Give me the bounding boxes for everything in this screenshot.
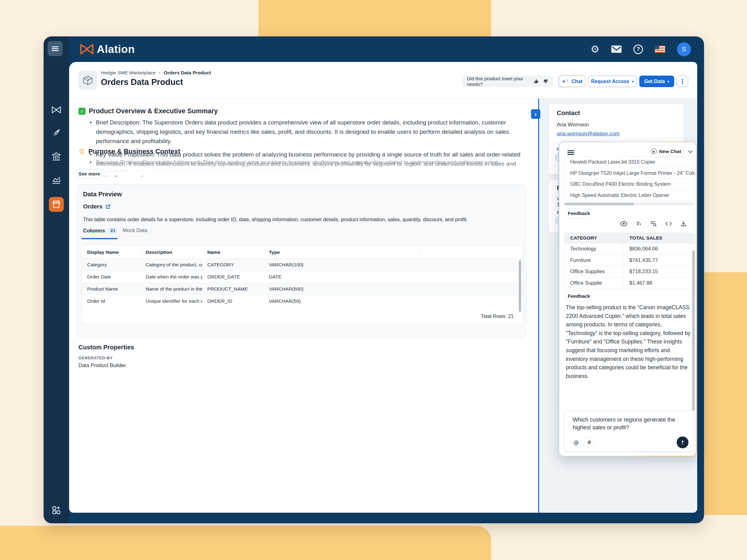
table-row[interactable]: Order Date Date when the order was place… (81, 271, 523, 283)
mail-icon[interactable] (611, 46, 622, 53)
col-header-display-name[interactable]: Display Name (87, 249, 141, 255)
message-action-icons: Tx (620, 220, 687, 228)
caret-down-icon: ▾ (667, 79, 669, 84)
overview-bullet-1: Brief Description: The Superstore Orders… (89, 118, 522, 146)
sales-table-header: CATEGORY TOTAL SALES (565, 233, 695, 243)
sales-table: CATEGORY TOTAL SALES Technology$836,064.… (564, 233, 695, 289)
generated-by-label: GENERATED-BY (78, 355, 113, 360)
bank-icon (52, 152, 61, 161)
sidebar-menu-button[interactable] (48, 41, 62, 56)
columns-count-badge: 21 (108, 228, 118, 234)
sidebar-item-analytics[interactable] (44, 176, 69, 186)
feedback-button[interactable]: Feedback (566, 208, 592, 218)
sales-col-total: TOTAL SALES (623, 233, 695, 243)
user-avatar[interactable]: S (677, 42, 691, 56)
chat-button[interactable]: ✦+ Chat (559, 76, 586, 87)
view-icon[interactable] (620, 220, 627, 228)
panel-divider (538, 99, 539, 513)
tab-columns[interactable]: Columns 21 (83, 228, 118, 234)
total-rows-label: Total Rows: 21 (481, 314, 514, 319)
breadcrumb: Hedgie SME Marketplace › Orders Data Pro… (101, 70, 211, 76)
table-row[interactable]: Product Name Name of the product in the … (81, 283, 523, 295)
table-scrollbar[interactable] (519, 260, 521, 312)
thumbs-up-icon[interactable] (534, 78, 539, 84)
chat-input-box[interactable]: Which customers or regions generate the … (564, 411, 694, 452)
request-access-button[interactable]: Request Access ▾ (588, 76, 637, 87)
horizontal-scrollbar[interactable] (564, 203, 694, 205)
list-search-icon[interactable] (650, 220, 658, 228)
contact-name: Aria Wornson (557, 122, 589, 128)
chat-menu-button[interactable] (567, 150, 574, 155)
language-flag-icon[interactable] (655, 46, 665, 53)
alation-bowtie-icon (51, 105, 61, 114)
apps-grid-plus-icon (52, 506, 61, 515)
product-result-list: Hewlett Packard LaserJet 3310 Copier HP … (564, 157, 695, 201)
table-description: This table contains order details for a … (83, 216, 468, 222)
chat-panel: + New Chat Hewlett Packard LaserJet 3310… (559, 141, 697, 456)
help-icon[interactable]: ? (634, 45, 643, 54)
collapse-panel-button[interactable]: › (531, 109, 540, 119)
active-tab-underline (81, 238, 118, 239)
contact-email-link[interactable]: aria.wornson@alation.com (557, 131, 620, 137)
table-row[interactable]: Order Id Unique identifier for each orde… (81, 295, 523, 308)
mention-button[interactable]: @ (571, 437, 582, 448)
breadcrumb-link-marketplace[interactable]: Hedgie SME Marketplace (101, 70, 156, 76)
tab-mock-data[interactable]: Mock Data (123, 228, 147, 233)
store-icon (52, 201, 61, 209)
sparkle-icon: ✦+ (562, 78, 569, 85)
generated-by-value: Data Product Builder. (78, 363, 127, 368)
more-actions-button[interactable]: ⋮ (677, 76, 688, 87)
feather-icon (52, 128, 61, 137)
page-header: Hedgie SME Marketplace › Orders Data Pro… (69, 62, 697, 99)
columns-table: Display Name Description Name Type Categ… (81, 245, 523, 324)
contact-heading: Contact (557, 109, 580, 117)
col-header-type[interactable]: Type (269, 249, 418, 255)
send-button[interactable]: ↑ (677, 436, 689, 448)
caret-down-icon: ▾ (632, 79, 634, 84)
col-header-name[interactable]: Name (207, 249, 264, 255)
chat-input-text[interactable]: Which customers or regions generate the … (573, 416, 687, 431)
alation-logo[interactable]: Alation (79, 43, 135, 55)
see-more-button[interactable]: See more (77, 169, 102, 179)
left-sidebar (44, 36, 69, 523)
table-row[interactable]: Category Category of the product, used f… (81, 259, 523, 271)
sidebar-item-apps[interactable] (44, 506, 69, 516)
page-title: Orders Data Product (101, 77, 183, 87)
get-data-button[interactable]: Get Data ▾ (639, 76, 674, 87)
sales-col-category: CATEGORY (565, 233, 623, 243)
purpose-section-heading: Purpose & Business Context (78, 148, 180, 156)
thumbs-down-icon[interactable] (543, 78, 548, 84)
top-navbar: Alation ⚙ ? S (69, 36, 704, 62)
feedback-button[interactable]: Feedback (566, 291, 592, 301)
download-icon[interactable] (680, 220, 687, 228)
sidebar-item-compose[interactable] (44, 128, 69, 139)
clear-format-icon[interactable]: Tx (635, 220, 642, 228)
tag-button[interactable]: # (584, 437, 594, 448)
sidebar-item-marketplace-active[interactable] (49, 197, 64, 212)
horizontal-scrollbar-thumb[interactable] (564, 203, 634, 205)
plus-circle-icon: + (651, 149, 657, 154)
product-row[interactable]: Hewlett Packard LaserJet 3310 Copier (565, 157, 695, 168)
code-icon[interactable] (665, 220, 672, 228)
chat-scrollbar-thumb[interactable] (692, 250, 695, 411)
bg-blob-bottom (0, 526, 491, 560)
product-row[interactable]: High Speed Automatic Electric Letter Ope… (565, 190, 695, 201)
orders-table-link[interactable]: Orders (83, 203, 110, 210)
settings-gear-icon[interactable]: ⚙ (590, 43, 599, 55)
alation-logo-text: Alation (97, 43, 135, 55)
new-chat-button[interactable]: + New Chat (648, 145, 684, 157)
sidebar-item-governance[interactable] (44, 152, 69, 163)
product-row[interactable]: GBC DocuBind P400 Electric Binding Syste… (565, 179, 695, 190)
product-icon-box (78, 71, 97, 89)
sales-row: Office Supplies$718,233.15 (565, 266, 695, 277)
package-icon (83, 75, 93, 85)
chart-icon (52, 176, 61, 185)
product-row[interactable]: HP Designjet T520 Inkjet Large Format Pr… (565, 168, 695, 179)
sales-row: Technology$836,064.06 (565, 243, 695, 255)
col-header-description[interactable]: Description (146, 249, 202, 255)
sidebar-item-home[interactable] (44, 105, 69, 115)
chat-collapse-chevron-icon[interactable] (688, 149, 693, 153)
data-preview-heading: Data Preview (83, 191, 122, 198)
feedback-prompt-label: Did this product meet your needs? (467, 76, 530, 87)
breadcrumb-current: Orders Data Product (164, 70, 211, 76)
